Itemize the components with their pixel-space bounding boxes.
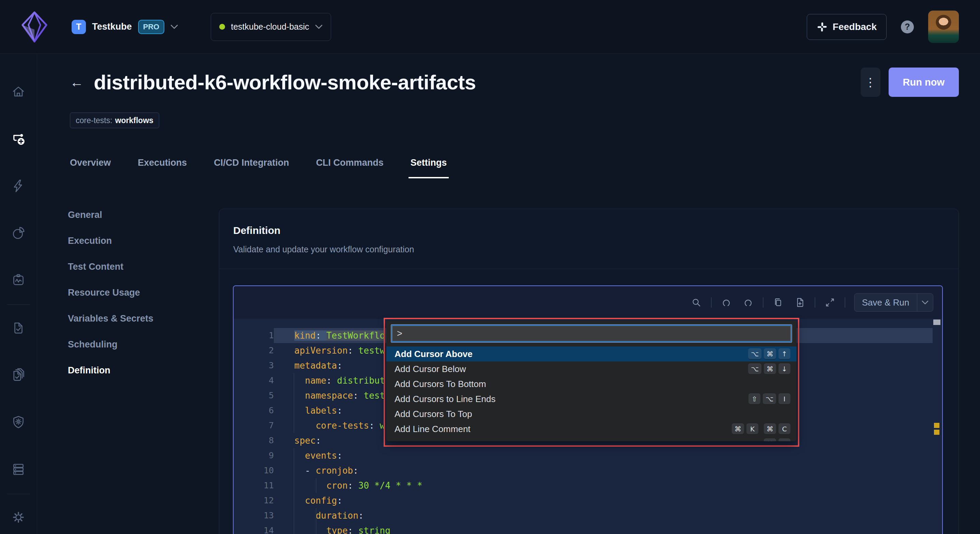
line-number: 10 bbox=[234, 463, 274, 478]
settings-content: GeneralExecutionTest ContentResource Usa… bbox=[37, 209, 980, 534]
expand-icon bbox=[824, 297, 836, 308]
chevron-down-icon bbox=[315, 25, 323, 29]
subnav-item-definition[interactable]: Definition bbox=[68, 365, 110, 376]
sidebar-item-tests[interactable] bbox=[9, 318, 28, 338]
command-list: Add Cursor Above⌥⌘↑Add Cursor Below⌥⌘↓Ad… bbox=[387, 346, 797, 441]
sidebar-item-settings[interactable] bbox=[9, 508, 28, 527]
status-dot bbox=[219, 24, 225, 30]
code-line[interactable]: 11 cron: 30 */4 * * * bbox=[234, 478, 932, 493]
card-header: Definition Validate and update your work… bbox=[219, 209, 959, 269]
line-number: 3 bbox=[234, 358, 274, 373]
line-number: 6 bbox=[234, 403, 274, 418]
sidebar-item-executors[interactable] bbox=[9, 413, 28, 432]
line-number: 9 bbox=[234, 448, 274, 463]
settings-subnav: GeneralExecutionTest ContentResource Usa… bbox=[68, 209, 153, 391]
home-icon bbox=[11, 84, 25, 99]
command-label: Add Cursor Above bbox=[395, 349, 473, 359]
redo-button[interactable] bbox=[741, 295, 755, 310]
fullscreen-button[interactable] bbox=[823, 295, 837, 310]
sidebar-item-home[interactable] bbox=[9, 82, 28, 101]
activity-monitor-icon bbox=[11, 273, 25, 287]
file-plus-button[interactable] bbox=[793, 295, 807, 310]
subnav-item-general[interactable]: General bbox=[68, 209, 102, 221]
editor-scrollbar-thumb[interactable] bbox=[933, 319, 940, 325]
sidebar-item-test-suites[interactable] bbox=[9, 366, 28, 385]
undo-button[interactable] bbox=[719, 295, 733, 310]
keycap: C bbox=[778, 424, 791, 435]
copy-button[interactable] bbox=[771, 295, 785, 310]
keycap: ⇧ bbox=[748, 394, 760, 405]
indent-guide bbox=[294, 373, 294, 433]
sidebar-divider bbox=[7, 494, 30, 494]
line-number: 4 bbox=[234, 373, 274, 388]
line-number: 13 bbox=[234, 508, 274, 523]
line-number: 2 bbox=[234, 343, 274, 358]
command-item-add-cursors-to-top[interactable]: Add Cursors To Top bbox=[387, 407, 797, 421]
line-number: 7 bbox=[234, 418, 274, 433]
command-prompt: > bbox=[397, 328, 402, 339]
code-line[interactable]: 12 config: bbox=[234, 493, 932, 508]
org-name: Testkube bbox=[92, 21, 132, 32]
command-palette-highlight: > Add Cursor Above⌥⌘↑Add Cursor Below⌥⌘↓… bbox=[383, 318, 799, 447]
tab-cli-commands[interactable]: CLI Commands bbox=[314, 157, 386, 178]
user-avatar[interactable] bbox=[928, 11, 959, 43]
environment-select[interactable]: testkube-cloud-basic bbox=[211, 13, 331, 41]
command-item-partial[interactable]: ⌘U bbox=[387, 437, 797, 441]
org-switcher[interactable]: T Testkube PRO bbox=[72, 20, 178, 34]
command-item-add-cursor-above[interactable]: Add Cursor Above⌥⌘↑ bbox=[387, 346, 797, 361]
tab-settings[interactable]: Settings bbox=[409, 157, 449, 178]
testkube-logo[interactable] bbox=[21, 11, 48, 43]
yaml-editor[interactable]: Save & Run 1kind: TestWorkflo2apiVersion… bbox=[233, 285, 943, 534]
subnav-item-resource-usage[interactable]: Resource Usage bbox=[68, 287, 140, 298]
toolbar-divider bbox=[763, 297, 764, 308]
tab-executions[interactable]: Executions bbox=[136, 157, 189, 178]
search-button[interactable] bbox=[689, 295, 703, 310]
command-input[interactable]: > bbox=[391, 325, 792, 342]
tab-ci-cd-integration[interactable]: CI/CD Integration bbox=[212, 157, 291, 178]
definition-card: Definition Validate and update your work… bbox=[219, 209, 959, 534]
back-button[interactable]: ← bbox=[70, 75, 84, 89]
pie-chart-icon bbox=[11, 226, 25, 240]
label-value: workflows bbox=[115, 116, 153, 125]
keycap: ↑ bbox=[778, 348, 791, 360]
subnav-item-scheduling[interactable]: Scheduling bbox=[68, 339, 118, 350]
code-line[interactable]: 13 duration: bbox=[234, 508, 932, 523]
more-actions-button[interactable]: ⋮ bbox=[861, 68, 880, 97]
shield-gear-icon bbox=[11, 415, 25, 429]
code-line[interactable]: 14 type: string bbox=[234, 523, 932, 534]
toolbar-divider bbox=[711, 297, 712, 308]
command-item-add-cursors-to-bottom[interactable]: Add Cursors To Bottom bbox=[387, 377, 797, 391]
command-palette: > Add Cursor Above⌥⌘↑Add Cursor Below⌥⌘↓… bbox=[387, 321, 797, 441]
document-check-icon bbox=[11, 321, 25, 335]
sidebar-item-insights[interactable] bbox=[9, 223, 28, 242]
plan-badge: PRO bbox=[138, 20, 165, 34]
keycap: I bbox=[778, 394, 791, 405]
command-item-add-line-comment[interactable]: Add Line Comment⌘K⌘C bbox=[387, 421, 797, 437]
feedback-button[interactable]: Feedback bbox=[807, 14, 886, 40]
save-options-button[interactable] bbox=[917, 294, 933, 312]
main-content: ← distributed-k6-workflow-smoke-artifact… bbox=[37, 54, 980, 534]
line-number: 14 bbox=[234, 523, 274, 534]
line-number: 8 bbox=[234, 433, 274, 448]
run-now-button[interactable]: Run now bbox=[889, 68, 959, 97]
undo-icon bbox=[721, 297, 732, 308]
save-and-run-button[interactable]: Save & Run bbox=[854, 294, 917, 312]
workflow-add-icon bbox=[11, 131, 26, 146]
sidebar-item-workflow-add[interactable] bbox=[9, 129, 28, 148]
subnav-item-test-content[interactable]: Test Content bbox=[68, 261, 123, 272]
sidebar-item-triggers[interactable] bbox=[9, 176, 28, 195]
tab-overview[interactable]: Overview bbox=[68, 157, 113, 178]
code-line[interactable]: 9 events: bbox=[234, 448, 932, 463]
subnav-item-execution[interactable]: Execution bbox=[68, 235, 112, 246]
command-item-add-cursor-below[interactable]: Add Cursor Below⌥⌘↓ bbox=[387, 361, 797, 377]
code-line[interactable]: 10 - cronjob: bbox=[234, 463, 932, 478]
sidebar-item-sources[interactable] bbox=[9, 460, 28, 479]
command-item-add-cursors-to-line-ends[interactable]: Add Cursors to Line Ends⇧⌥I bbox=[387, 391, 797, 407]
line-number: 1 bbox=[234, 328, 274, 343]
chevron-down-icon bbox=[170, 25, 178, 29]
help-button[interactable]: ? bbox=[901, 21, 914, 33]
sidebar-item-health[interactable] bbox=[9, 270, 28, 289]
tab-bar: OverviewExecutionsCI/CD IntegrationCLI C… bbox=[68, 157, 449, 178]
app: T Testkube PRO testkube-cloud-basic Feed… bbox=[0, 0, 980, 534]
subnav-item-variables-secrets[interactable]: Variables & Secrets bbox=[68, 313, 153, 324]
